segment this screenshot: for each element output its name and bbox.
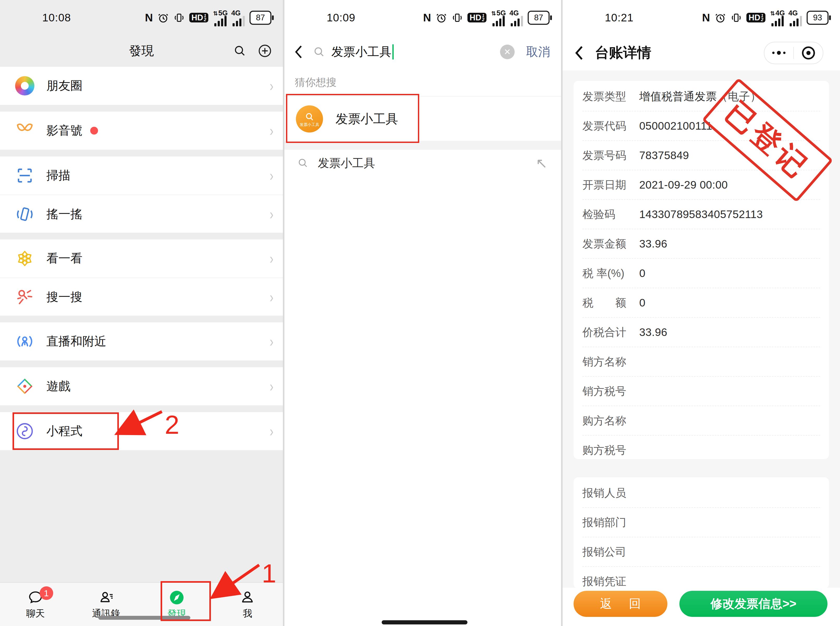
search-bar: 发票小工具 ✕ 取消 [284, 35, 561, 69]
nav-bar: 台账详情 [563, 35, 840, 70]
back-icon[interactable] [574, 45, 584, 61]
menu-group: 影音號 › [0, 112, 283, 150]
invoice-row: 价税合计33.96 [582, 318, 820, 347]
menu-item-search-search[interactable]: 搜一搜 › [0, 277, 283, 316]
tab-chats[interactable]: 1 聊天 [0, 583, 71, 626]
status-time: 10:09 [327, 11, 355, 24]
empty-area [284, 176, 561, 626]
menu-item-games[interactable]: 遊戲 › [0, 367, 283, 405]
signal-sim2-icon: 4G [231, 9, 245, 27]
menu-item-shake[interactable]: 搖一搖 › [0, 194, 283, 233]
signal-sim1-icon: ⇅4G [770, 9, 784, 27]
add-icon[interactable] [257, 43, 272, 58]
more-options-icon[interactable] [764, 51, 793, 55]
edit-invoice-button[interactable]: 修改发票信息>> [679, 591, 828, 617]
shake-icon [15, 204, 35, 224]
battery-icon: 87 [528, 11, 550, 25]
nfc-icon: N [423, 11, 431, 24]
clear-icon[interactable]: ✕ [500, 45, 515, 59]
reimburse-row: 报销凭证 [582, 567, 820, 588]
reimburse-row: 报销部门 [582, 508, 820, 537]
chevron-right-icon: › [270, 424, 273, 439]
search-icon[interactable] [233, 44, 247, 58]
highlight-box-discover-tab [161, 581, 211, 621]
reimburse-row: 报销公司 [582, 537, 820, 567]
reimburse-row: 报销人员 [582, 478, 820, 508]
battery-icon: 93 [807, 11, 829, 25]
menu-group: 遊戲 › [0, 367, 283, 405]
invoice-row: 发票金额33.96 [582, 229, 820, 259]
menu-item-scan[interactable]: 掃描 › [0, 156, 283, 194]
menu-item-top-stories[interactable]: 看一看 › [0, 239, 283, 277]
chevron-right-icon: › [270, 251, 273, 266]
games-icon [15, 376, 35, 396]
battery-icon: 87 [250, 11, 272, 25]
vibrate-icon [173, 12, 184, 23]
invoice-row: 购方名称 [582, 406, 820, 436]
invoice-row: 税 额0 [582, 288, 820, 318]
chevron-right-icon: › [270, 78, 273, 93]
status-bar: 10:21 N HD12 ⇅4G 4G 93 [563, 0, 840, 35]
status-time: 10:21 [605, 11, 634, 24]
page-title: 台账详情 [595, 43, 651, 63]
live-nearby-icon [15, 331, 35, 352]
close-capsule-icon[interactable] [794, 47, 823, 59]
menu-item-live-nearby[interactable]: 直播和附近 › [0, 322, 283, 360]
chevron-right-icon: › [270, 168, 273, 183]
chevron-right-icon: › [270, 334, 273, 349]
top-stories-icon [15, 248, 35, 269]
ledger-content: 发票类型增值税普通发票（电子） 发票代码050002100111 发票号码783… [563, 70, 840, 626]
contacts-icon [98, 590, 114, 606]
menu-group: 直播和附近 › [0, 322, 283, 360]
insert-query-icon[interactable]: ↖ [536, 155, 548, 171]
search-input[interactable]: 发票小工具 [331, 44, 391, 60]
scan-icon [15, 165, 35, 186]
menu-item-channels[interactable]: 影音號 › [0, 112, 283, 150]
menu-group: 看一看 › 搜一搜 › [0, 239, 283, 316]
moments-icon [15, 76, 35, 96]
highlight-box-suggestion [286, 94, 419, 143]
signal-sim1-icon: ⇅5G [213, 9, 226, 27]
wechat-search-icon [15, 287, 35, 307]
volte-hd-icon: HD12 [467, 13, 487, 22]
vibrate-icon [731, 12, 742, 23]
nfc-icon: N [145, 11, 153, 24]
invoice-row: 检验码14330789583405752113 [582, 200, 820, 229]
unread-dot-badge [90, 127, 98, 135]
invoice-row: 购方税号 [582, 436, 820, 465]
signal-sim2-icon: 4G [788, 9, 802, 27]
alarm-icon [436, 12, 447, 23]
nfc-icon: N [702, 11, 710, 24]
invoice-row: 销方名称 [582, 347, 820, 377]
suggest-header: 猜你想搜 [284, 68, 561, 96]
screen: 10:08 N HD12 ⇅5G 4G 87 發現 [0, 0, 840, 626]
text-cursor [392, 44, 393, 59]
invoice-row: 销方税号 [582, 377, 820, 406]
bottom-action-bar: 返 回 修改发票信息>> [563, 588, 840, 626]
chevron-right-icon: › [270, 207, 273, 222]
status-time: 10:08 [42, 11, 71, 24]
step-2-label: 2 [165, 412, 180, 438]
invoice-row: 发票类型增值税普通发票（电子） [582, 82, 820, 111]
invoice-row: 税 率(%)0 [582, 259, 820, 288]
volte-hd-icon: HD12 [746, 13, 765, 22]
menu-group: 朋友圈 › [0, 67, 283, 105]
cancel-button[interactable]: 取消 [526, 44, 550, 60]
chevron-right-icon: › [270, 123, 273, 138]
return-button[interactable]: 返 回 [573, 591, 667, 617]
back-icon[interactable] [294, 45, 303, 59]
search-history-item[interactable]: 发票小工具 ↖ [284, 150, 561, 176]
alarm-icon [158, 12, 169, 23]
menu-item-moments[interactable]: 朋友圈 › [0, 67, 283, 105]
menu-group: 掃描 › 搖一搖 › [0, 156, 283, 233]
arrow-step1-icon [206, 558, 271, 603]
vibrate-icon [452, 12, 463, 23]
home-indicator[interactable] [382, 620, 467, 624]
reimburse-card: 报销人员 报销部门 报销公司 报销凭证 [573, 477, 829, 588]
step-1-label: 1 [262, 560, 276, 586]
unread-count-badge: 1 [40, 586, 53, 600]
alarm-icon [715, 12, 726, 23]
channels-icon [15, 121, 35, 141]
signal-sim2-icon: 4G [509, 9, 523, 27]
status-bar: 10:08 N HD12 ⇅5G 4G 87 [0, 0, 283, 35]
